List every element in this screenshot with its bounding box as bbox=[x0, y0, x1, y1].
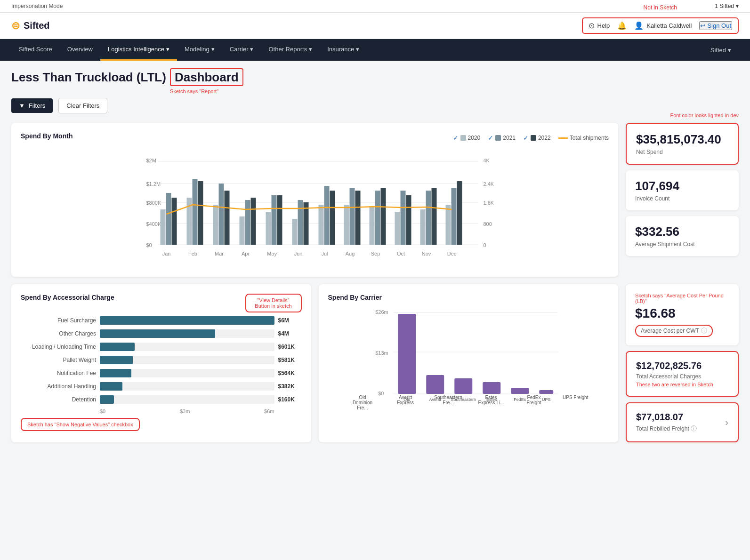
nav-item-modeling[interactable]: Modeling ▾ bbox=[177, 39, 222, 61]
svg-text:$2M: $2M bbox=[146, 158, 156, 163]
header-right-wrapper: Not in Sketch ⊙ Help 🔔 👤 Kalletta Caldwe… bbox=[582, 17, 739, 34]
svg-text:$800K: $800K bbox=[146, 200, 161, 206]
bar-fill-fuel bbox=[100, 316, 274, 325]
carrier-chart-svg: $26m $13m $0 bbox=[328, 307, 609, 401]
nav-item-sifted-score[interactable]: Sifted Score bbox=[11, 39, 60, 61]
bar-label-other: Other Charges bbox=[21, 330, 96, 337]
chevron-down-icon: ▾ bbox=[211, 46, 215, 53]
bar-value-fuel: $6M bbox=[278, 317, 302, 324]
not-in-sketch-label: Not in Sketch bbox=[644, 4, 677, 11]
accessorial-title: Spend By Accessorial Charge bbox=[21, 294, 114, 301]
impersonation-label: Impersonation Mode bbox=[11, 3, 63, 9]
user-button[interactable]: 👤 Kalletta Caldwell bbox=[634, 21, 692, 30]
avg-cwt-card: Sketch says "Average Cost Per Pound (LB)… bbox=[626, 284, 739, 345]
bottom-section: Spend By Accessorial Charge "View Detail… bbox=[11, 284, 739, 442]
carrier-title: Spend By Carrier bbox=[328, 294, 382, 301]
chevron-down-icon: ▾ bbox=[728, 47, 731, 54]
spend-by-month-chart: $2M $1.2M $800K $400K $0 4K 2.4K 1.6K 80… bbox=[21, 153, 609, 266]
svg-rect-31 bbox=[298, 200, 303, 245]
accessorial-bar-chart: Fuel Surcharge $6M Other Charges $4M bbox=[21, 316, 302, 404]
svg-text:Apr: Apr bbox=[242, 251, 250, 256]
svg-rect-71 bbox=[454, 378, 472, 394]
nav-item-sifted-right[interactable]: Sifted ▾ bbox=[703, 40, 739, 60]
info-icon: ⓘ bbox=[701, 327, 707, 335]
sign-out-button[interactable]: ↩ Sign Out bbox=[699, 21, 732, 30]
bar-value-additional: $382K bbox=[278, 383, 302, 390]
bar-value-detention: $160K bbox=[278, 396, 302, 403]
svg-rect-29 bbox=[277, 195, 282, 245]
net-spend-label: Net Spend bbox=[636, 149, 728, 155]
impersonation-bar: Impersonation Mode 1 Sifted ▾ bbox=[0, 0, 750, 13]
svg-rect-23 bbox=[225, 191, 230, 245]
chevron-down-icon: ▾ bbox=[250, 46, 253, 53]
bar-track-additional bbox=[100, 382, 274, 391]
bar-label-pallet: Pallet Weight bbox=[21, 357, 96, 363]
svg-text:$1.2M: $1.2M bbox=[146, 181, 161, 187]
legend-box-2021 bbox=[495, 135, 501, 141]
svg-rect-36 bbox=[344, 205, 349, 245]
chevron-down-icon: ▾ bbox=[356, 46, 359, 53]
nav-item-logistics[interactable]: Logistics Intelligence ▾ bbox=[100, 39, 177, 61]
nav-item-other-reports[interactable]: Other Reports ▾ bbox=[261, 39, 320, 61]
nav-item-insurance[interactable]: Insurance ▾ bbox=[320, 39, 367, 61]
font-color-note: Font color looks lighted in dev bbox=[670, 112, 739, 118]
invoice-count-value: 107,694 bbox=[635, 179, 729, 193]
legend-2020: ✓ 2020 bbox=[453, 134, 481, 142]
clear-filters-button[interactable]: Clear Filters bbox=[58, 98, 107, 113]
chevron-down-icon: ▾ bbox=[309, 46, 312, 53]
total-rebilled-value: $77,018.07 bbox=[636, 412, 697, 423]
total-rebilled-card: $77,018.07 Total Rebilled Freight ⓘ › bbox=[626, 402, 739, 442]
svg-rect-38 bbox=[355, 191, 361, 245]
bar-row-additional: Additional Handling $382K bbox=[21, 382, 302, 391]
bottom-right-stats: Sketch says "Average Cost Per Pound (LB)… bbox=[626, 284, 739, 442]
svg-rect-35 bbox=[330, 191, 335, 245]
check-icon: ✓ bbox=[488, 134, 493, 142]
bar-value-notification: $564K bbox=[278, 370, 302, 376]
legend-total-shipments: Total shipments bbox=[558, 135, 609, 141]
top-section: Spend By Month ✓ 2020 ✓ 2021 ✓ bbox=[11, 123, 739, 277]
bar-row-other: Other Charges $4M bbox=[21, 329, 302, 338]
legend-box-2022 bbox=[531, 135, 536, 141]
bar-track-pallet bbox=[100, 356, 274, 364]
svg-rect-42 bbox=[395, 212, 400, 245]
svg-rect-49 bbox=[452, 188, 457, 245]
svg-text:$0: $0 bbox=[378, 391, 384, 396]
header: ⊜ Sifted Not in Sketch ⊙ Help 🔔 👤 Kallet… bbox=[0, 13, 750, 39]
arrow-right-icon[interactable]: › bbox=[725, 417, 728, 428]
svg-rect-21 bbox=[213, 205, 218, 245]
filters-button[interactable]: ▼ Filters bbox=[11, 98, 53, 113]
legend-2021: ✓ 2021 bbox=[488, 134, 516, 142]
info-icon: ⓘ bbox=[691, 425, 697, 432]
stat-card-avg-shipment: $332.56 Average Shipment Cost bbox=[626, 216, 739, 256]
svg-rect-34 bbox=[324, 186, 330, 245]
page-title-part1: Less Than Truckload (LTL) bbox=[11, 70, 166, 85]
header-actions: ⊙ Help 🔔 👤 Kalletta Caldwell ↩ Sign Out bbox=[582, 17, 739, 34]
checkbox-note-wrapper: Sketch has "Show Negative Values" checkb… bbox=[21, 418, 302, 431]
spend-by-month-title: Spend By Month bbox=[21, 132, 73, 140]
avg-cwt-value: $16.68 bbox=[635, 306, 729, 321]
nav-item-overview[interactable]: Overview bbox=[60, 39, 100, 61]
bar-label-notification: Notification Fee bbox=[21, 370, 96, 376]
notifications-button[interactable]: 🔔 bbox=[617, 21, 627, 30]
spend-by-carrier-card: Spend By Carrier $26m $13m $0 bbox=[319, 284, 619, 442]
bar-value-loading: $601K bbox=[278, 344, 302, 350]
page-title-row: Less Than Truckload (LTL) Dashboard Sket… bbox=[11, 70, 739, 85]
chevron-down-icon: ▾ bbox=[166, 46, 169, 53]
bar-track-loading bbox=[100, 343, 274, 351]
svg-rect-39 bbox=[370, 207, 375, 245]
svg-rect-45 bbox=[420, 209, 426, 245]
svg-rect-26 bbox=[251, 198, 256, 245]
svg-rect-20 bbox=[198, 181, 203, 245]
svg-text:$0: $0 bbox=[146, 242, 152, 248]
help-icon: ⊙ bbox=[589, 21, 595, 30]
nav-item-carrier[interactable]: Carrier ▾ bbox=[222, 39, 261, 61]
help-button[interactable]: ⊙ Help bbox=[589, 21, 610, 30]
svg-rect-46 bbox=[426, 191, 431, 245]
bar-value-other: $4M bbox=[278, 330, 302, 337]
svg-rect-19 bbox=[193, 179, 198, 245]
stat-card-invoice-count: 107,694 Invoice Count bbox=[626, 170, 739, 210]
logo[interactable]: ⊜ Sifted bbox=[11, 20, 50, 32]
svg-text:1.6K: 1.6K bbox=[484, 200, 494, 206]
sifted-count-dropdown[interactable]: 1 Sifted ▾ bbox=[715, 3, 739, 9]
bell-icon: 🔔 bbox=[617, 21, 627, 30]
